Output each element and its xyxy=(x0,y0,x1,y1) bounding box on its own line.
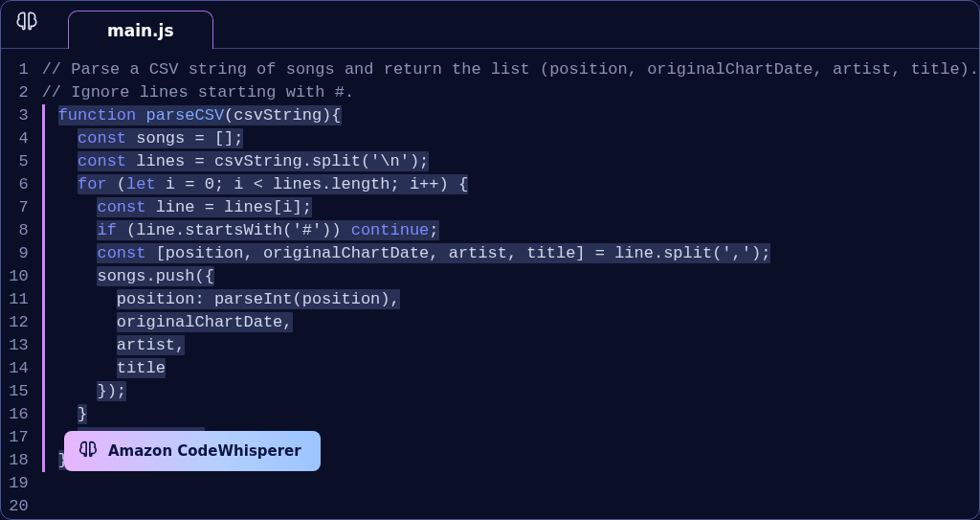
line-number: 3 xyxy=(1,104,29,127)
code-line: } xyxy=(58,403,979,426)
line-number: 19 xyxy=(1,472,29,495)
code-line: // Parse a CSV string of songs and retur… xyxy=(42,58,979,81)
brain-logo-icon xyxy=(14,9,39,38)
code-line: // Ignore lines starting with #. xyxy=(42,81,979,104)
code-line: const lines = csvString.split('\n'); xyxy=(58,150,979,173)
code-line: const line = lines[i]; xyxy=(58,196,979,219)
line-number: 12 xyxy=(1,311,29,334)
line-number: 20 xyxy=(1,495,29,518)
tab-bar: main.js xyxy=(1,1,979,49)
code-line: songs.push({ xyxy=(58,265,979,288)
line-number: 10 xyxy=(1,265,29,288)
line-number: 9 xyxy=(1,242,29,265)
line-number: 5 xyxy=(1,150,29,173)
code-line: if (line.startsWith('#')) continue; xyxy=(58,219,979,242)
line-number: 13 xyxy=(1,334,29,357)
code-line: originalChartDate, xyxy=(58,311,979,334)
code-line: title xyxy=(58,357,979,380)
code-line: const [position, originalChartDate, arti… xyxy=(58,242,979,265)
code-line xyxy=(42,472,979,495)
code-line: const songs = []; xyxy=(58,127,979,150)
line-number: 6 xyxy=(1,173,29,196)
line-number: 15 xyxy=(1,380,29,403)
code-line: }); xyxy=(58,380,979,403)
line-number: 4 xyxy=(1,127,29,150)
line-number: 8 xyxy=(1,219,29,242)
code-line: for (let i = 0; i < lines.length; i++) { xyxy=(58,173,979,196)
brain-icon xyxy=(78,439,99,463)
code-line: artist, xyxy=(58,334,979,357)
line-number: 1 xyxy=(1,58,29,81)
line-number-gutter: 1 2 3 4 5 6 7 8 9 10 11 12 13 14 15 16 1… xyxy=(1,58,42,518)
line-number: 18 xyxy=(1,449,29,472)
file-tab-main-js[interactable]: main.js xyxy=(68,11,213,49)
line-number: 16 xyxy=(1,403,29,426)
ai-suggestion-block: function parseCSV(csvString){ const song… xyxy=(42,104,979,472)
editor-window: main.js 1 2 3 4 5 6 7 8 9 10 11 12 13 14… xyxy=(0,0,980,520)
codewhisperer-badge[interactable]: Amazon CodeWhisperer xyxy=(64,431,321,471)
line-number: 17 xyxy=(1,426,29,449)
code-line xyxy=(42,495,979,518)
line-number: 11 xyxy=(1,288,29,311)
line-number: 2 xyxy=(1,81,29,104)
badge-label: Amazon CodeWhisperer xyxy=(108,442,301,460)
code-line: position: parseInt(position), xyxy=(58,288,979,311)
line-number: 14 xyxy=(1,357,29,380)
code-line: function parseCSV(csvString){ xyxy=(58,104,979,127)
line-number: 7 xyxy=(1,196,29,219)
